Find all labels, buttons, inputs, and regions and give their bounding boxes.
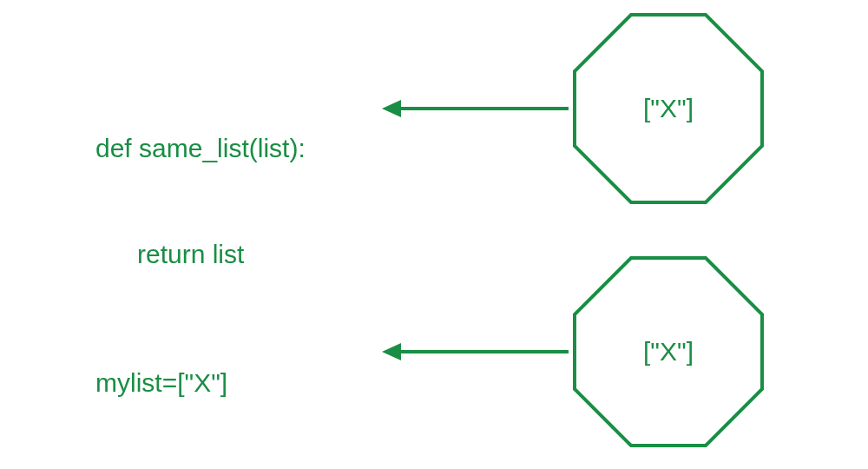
node-label: ["X"] bbox=[569, 252, 768, 452]
arrow-left-icon bbox=[382, 339, 569, 365]
bottom-code-block: mylist=["X"] same_list(my_list) print(my… bbox=[95, 295, 304, 469]
arrow-bottom bbox=[382, 339, 569, 368]
code-line: mylist=["X"] bbox=[95, 366, 304, 401]
svg-marker-2 bbox=[382, 100, 401, 117]
node-label: ["X"] bbox=[569, 9, 768, 208]
data-node-bottom: ["X"] bbox=[569, 252, 768, 452]
diagram-canvas: def same_list(list): return list ["X"] m… bbox=[0, 0, 868, 469]
arrow-top bbox=[382, 96, 569, 125]
code-line: return list bbox=[95, 237, 306, 273]
svg-marker-5 bbox=[382, 343, 401, 360]
arrow-left-icon bbox=[382, 96, 569, 122]
data-node-top: ["X"] bbox=[569, 9, 768, 208]
code-line: def same_list(list): bbox=[95, 131, 306, 167]
